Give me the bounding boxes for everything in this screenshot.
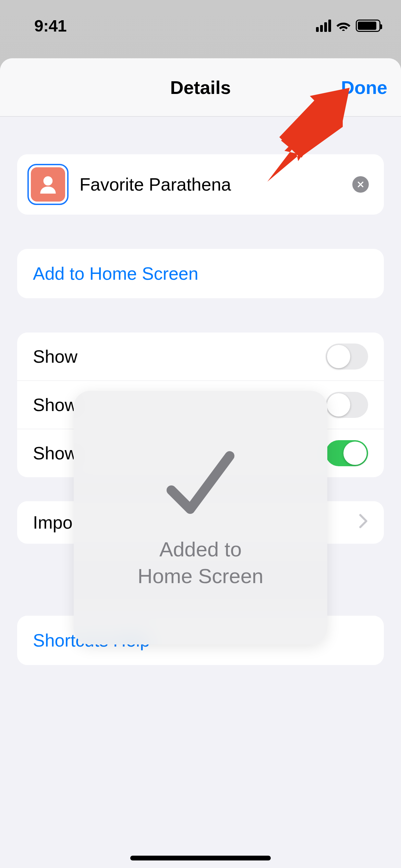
svg-point-0 xyxy=(44,176,53,185)
battery-icon xyxy=(356,20,380,32)
toggle-switch-2[interactable] xyxy=(326,440,368,466)
toggle-row-0: Show xyxy=(17,333,384,381)
shortcut-name-row xyxy=(17,154,384,215)
status-icons xyxy=(316,20,380,32)
chevron-right-icon xyxy=(359,512,368,533)
toggle-label: Show xyxy=(33,443,77,463)
wifi-icon xyxy=(336,20,351,32)
checkmark-icon xyxy=(158,446,243,522)
status-time: 9:41 xyxy=(34,16,66,35)
toggle-label: Show xyxy=(33,395,77,415)
toggle-switch-1[interactable] xyxy=(326,392,368,418)
shortcut-icon-button[interactable] xyxy=(27,164,69,205)
home-indicator[interactable] xyxy=(130,856,271,860)
shortcut-name-input[interactable] xyxy=(80,174,341,195)
add-to-home-button[interactable]: Add to Home Screen xyxy=(17,249,384,298)
cellular-icon xyxy=(316,20,331,32)
hud-message: Added toHome Screen xyxy=(138,536,264,590)
toggle-switch-0[interactable] xyxy=(326,343,368,370)
import-label: Impo xyxy=(33,512,73,533)
done-button[interactable]: Done xyxy=(341,77,387,98)
contact-icon xyxy=(31,167,65,202)
toggle-label: Show xyxy=(33,346,77,367)
confirmation-hud: Added toHome Screen xyxy=(74,391,327,644)
clear-name-button[interactable] xyxy=(352,176,369,193)
status-bar: 9:41 xyxy=(0,0,401,58)
page-title: Details xyxy=(170,77,231,98)
sheet-header: Details Done xyxy=(0,58,401,117)
details-sheet: Details Done xyxy=(0,58,401,868)
